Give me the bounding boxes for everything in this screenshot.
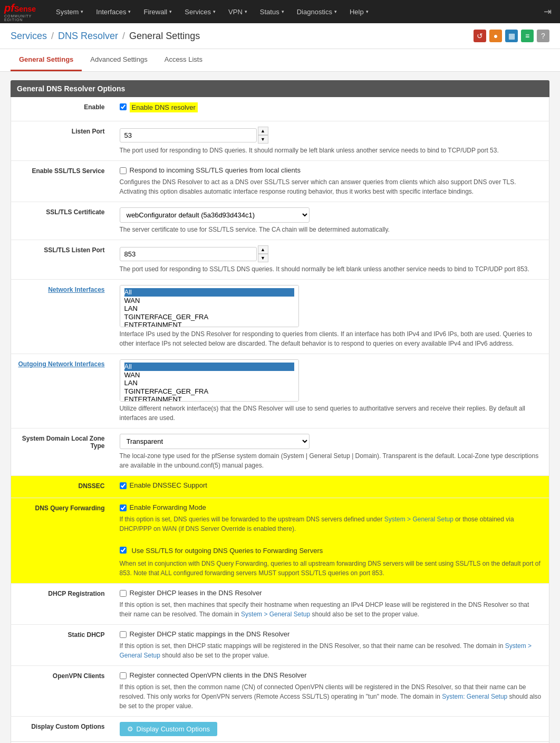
value-ssl-tls-service: Respond to incoming SSL/TLS queries from… [111,161,549,202]
dhcp-reg-checkbox[interactable] [120,590,127,597]
label-dhcp-registration: DHCP Registration [11,584,111,625]
nav-help[interactable]: Help ▾ [343,0,375,23]
chart-icon[interactable]: ▦ [505,30,518,42]
enable-checkbox-wrap: Enable DNS resolver [120,102,543,112]
section-header: General DNS Resolver Options [11,80,549,97]
dns-query-link1[interactable]: System > General Setup [384,516,453,523]
brand-sense: Sense [14,5,36,13]
row-dnssec: DNSSEC Enable DNSSEC Support [11,476,549,498]
label-local-zone: System Domain Local Zone Type [11,428,111,476]
row-network-interfaces: Network Interfaces All WAN LAN TGINTERFA… [11,280,549,354]
enable-checkbox-label: Enable DNS resolver [130,102,198,112]
label-listen-port: Listen Port [11,121,111,161]
outgoing-interfaces-select[interactable]: All WAN LAN TGINTERFACE_GER_FRA ENTERTAI… [120,359,299,402]
enable-checkbox[interactable] [120,103,127,110]
dnssec-checkbox-wrap: Enable DNSSEC Support [120,481,543,489]
ssl-outgoing-label: Use SSL/TLS for outgoing DNS Queries to … [130,546,325,556]
label-ssl-tls-cert: SSL/TLS Certificate [11,202,111,240]
display-custom-options-button[interactable]: ⚙ Display Custom Options [120,722,217,736]
brand-ce: COMMUNITY EDITION [4,14,41,22]
nav-items: System ▾ Interfaces ▾ Firewall ▾ Service… [50,0,539,23]
list-icon[interactable]: ≡ [521,30,534,42]
label-dnssec: DNSSEC [11,476,111,498]
local-zone-select[interactable]: Transparent Static Typetransparent Redir… [120,434,310,449]
port-input-wrap: ▲ ▼ [120,127,543,144]
tab-access-lists[interactable]: Access Lists [156,49,211,71]
signout-icon[interactable]: ⇥ [539,6,556,17]
row-display-custom-options: Display Custom Options ⚙ Display Custom … [11,717,549,742]
label-static-dhcp: Static DHCP [11,625,111,666]
ssl-outgoing-desc: When set in conjunction with DNS Query F… [120,559,543,578]
reload-icon[interactable]: ↺ [474,30,486,42]
dhcp-reg-link[interactable]: System > General Setup [241,611,310,618]
nav-firewall[interactable]: Firewall ▾ [137,0,178,23]
nav-system[interactable]: System ▾ [50,0,90,23]
tabs-bar: General Settings Advanced Settings Acces… [0,49,560,72]
stop-icon[interactable]: ● [489,30,502,42]
ssl-port-up[interactable]: ▲ [258,245,268,254]
listen-port-input[interactable] [120,128,257,142]
value-display-custom-options: ⚙ Display Custom Options [111,717,549,742]
ssl-tls-port-desc: The port used for responding to SSL/TLS … [120,264,543,274]
tab-advanced-settings[interactable]: Advanced Settings [82,49,156,71]
label-network-interfaces: Network Interfaces [11,280,111,354]
breadcrumb-services[interactable]: Services [11,31,47,42]
openvpn-link[interactable]: System: General Setup [442,693,507,700]
row-local-zone: System Domain Local Zone Type Transparen… [11,428,549,476]
ssl-tls-checkbox[interactable] [120,167,127,174]
nav-diagnostics[interactable]: Diagnostics ▾ [291,0,343,23]
brand-logo: pfSense COMMUNITY EDITION [4,3,41,20]
dhcp-reg-label: Register DHCP leases in the DNS Resolver [130,589,262,597]
static-dhcp-checkbox-wrap: Register DHCP static mappings in the DNS… [120,630,543,638]
static-dhcp-checkbox[interactable] [120,631,127,638]
breadcrumb: Services / DNS Resolver / General Settin… [11,31,200,42]
listen-port-spinner: ▲ ▼ [258,127,268,144]
static-dhcp-link[interactable]: System > General Setup [120,642,532,659]
value-dnssec: Enable DNSSEC Support [111,476,549,498]
nav-vpn[interactable]: VPN ▾ [222,0,254,23]
dns-query-checkbox-wrap: Enable Forwarding Mode [120,503,543,511]
value-static-dhcp: Register DHCP static mappings in the DNS… [111,625,549,666]
ssl-tls-checkbox-wrap: Respond to incoming SSL/TLS queries from… [120,166,543,174]
row-ssl-tls-cert: SSL/TLS Certificate webConfigurator defa… [11,202,549,240]
tabs: General Settings Advanced Settings Acces… [11,49,549,71]
row-dhcp-registration: DHCP Registration Register DHCP leases i… [11,584,549,625]
value-ssl-tls-port: ▲ ▼ The port used for responding to SSL/… [111,240,549,280]
tab-general-settings[interactable]: General Settings [11,49,82,71]
ssl-outgoing-checkbox[interactable] [120,547,127,554]
outgoing-interfaces-label[interactable]: Outgoing Network Interfaces [18,360,104,368]
nav-status[interactable]: Status ▾ [254,0,291,23]
label-display-custom-options: Display Custom Options [11,717,111,742]
static-dhcp-desc: If this option is set, then DHCP static … [120,641,543,660]
breadcrumb-sep1: / [51,31,54,42]
ssl-tls-checkbox-label: Respond to incoming SSL/TLS queries from… [130,166,301,174]
listen-port-up[interactable]: ▲ [258,127,268,135]
value-outgoing-interfaces: All WAN LAN TGINTERFACE_GER_FRA ENTERTAI… [111,354,549,428]
label-openvpn-clients: OpenVPN Clients [11,666,111,717]
ssl-port-down[interactable]: ▼ [258,254,268,262]
label-outgoing-interfaces: Outgoing Network Interfaces [11,354,111,428]
row-enable: Enable Enable DNS resolver [11,97,549,121]
ssl-outgoing-wrap: Use SSL/TLS for outgoing DNS Queries to … [120,546,543,556]
network-interfaces-label[interactable]: Network Interfaces [48,286,104,293]
breadcrumb-dns-resolver[interactable]: DNS Resolver [58,31,118,42]
ssl-tls-port-input[interactable] [120,247,257,261]
openvpn-checkbox-wrap: Register connected OpenVPN clients in th… [120,671,543,679]
static-dhcp-label: Register DHCP static mappings in the DNS… [130,630,290,638]
dns-query-checkbox[interactable] [120,504,127,511]
ssl-tls-cert-select[interactable]: webConfigurator default (5a36d93d434c1) [120,207,310,223]
dnssec-checkbox-label: Enable DNSSEC Support [130,481,207,489]
listen-port-down[interactable]: ▼ [258,135,268,144]
help-icon[interactable]: ? [537,30,549,42]
network-interfaces-select[interactable]: All WAN LAN TGINTERFACE_GER_FRA ENTERTAI… [120,285,299,327]
dnssec-checkbox[interactable] [120,482,127,489]
openvpn-checkbox[interactable] [120,672,127,679]
breadcrumb-bar: Services / DNS Resolver / General Settin… [0,23,560,49]
network-interfaces-wrap: All WAN LAN TGINTERFACE_GER_FRA ENTERTAI… [120,285,299,327]
row-listen-port: Listen Port ▲ ▼ The port used for respon… [11,121,549,161]
value-local-zone: Transparent Static Typetransparent Redir… [111,428,549,476]
value-openvpn-clients: Register connected OpenVPN clients in th… [111,666,549,717]
nav-interfaces[interactable]: Interfaces ▾ [90,0,137,23]
nav-services[interactable]: Services ▾ [178,0,222,23]
ssl-port-spinner: ▲ ▼ [258,245,268,262]
